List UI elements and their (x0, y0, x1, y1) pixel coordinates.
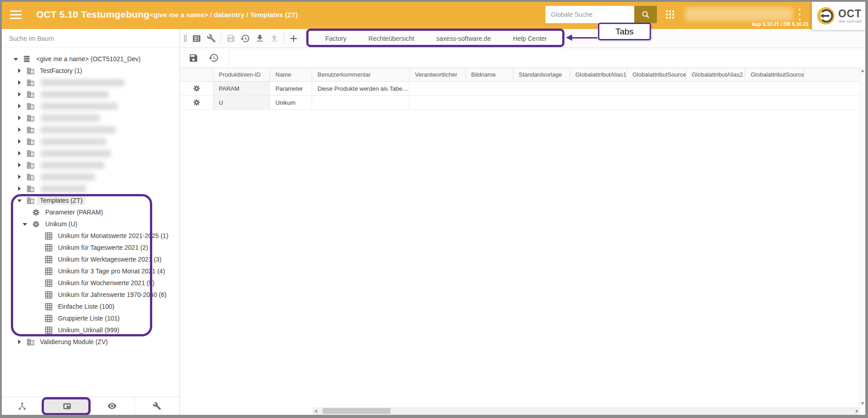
global-search-input[interactable] (545, 6, 634, 23)
tab-rechteuebersicht[interactable]: Rechteübersicht (368, 35, 414, 42)
scroll-up-arrow[interactable] (861, 69, 864, 72)
hamburger-menu-icon[interactable] (10, 10, 22, 19)
row-actions-cell[interactable] (180, 96, 213, 109)
caret-right-icon[interactable] (17, 151, 22, 156)
scrollbar-thumb[interactable] (323, 408, 391, 414)
cell-benutzerkommentar[interactable]: Diese Produkte werden als Tabe… (312, 82, 410, 95)
column-header-standardvorlage[interactable]: Standardvorlage (513, 68, 570, 81)
tree-item-testfactory[interactable]: TestFactory (1) (0, 65, 179, 77)
caret-right-icon[interactable] (17, 80, 22, 85)
add-tab-icon[interactable] (286, 32, 301, 45)
tree-item-blurred[interactable] (0, 171, 179, 183)
horizontal-scrollbar[interactable] (313, 407, 860, 415)
caret-right-icon[interactable] (17, 127, 22, 132)
tree-item-validierung[interactable]: Validierung Module (ZV) (0, 336, 179, 348)
cell-produktlinien-id[interactable]: PARAM (213, 82, 270, 95)
caret-right-icon[interactable] (17, 68, 22, 73)
tree-item-label: Validierung Module (ZV) (40, 338, 108, 345)
tree-item-blurred[interactable] (0, 159, 179, 171)
tree-item-template[interactable]: Unikum für Jahreswerte 1970-2060 (6) (0, 289, 179, 301)
table-header-row: Produktlinien-ID Name Benutzerkommentar … (180, 68, 868, 82)
column-header-actions[interactable] (180, 68, 213, 81)
sidebar-resize-handle[interactable] (183, 33, 188, 44)
tree-item-parameter[interactable]: Parameter (PARAM) (0, 206, 179, 218)
tree-item-root[interactable]: <give me a name> (OCT51021_Dev) (0, 53, 179, 65)
caret-right-icon[interactable] (17, 92, 22, 97)
tree-search-row (0, 29, 180, 48)
save-icon-disabled[interactable] (223, 32, 238, 45)
tree-item-template[interactable]: Unikum für 3 Tage pro Monat 2021 (4) (0, 265, 179, 277)
table-row[interactable]: PARAM Parameter Diese Produkte werden al… (180, 82, 868, 96)
tab-help-center[interactable]: Help Center (513, 35, 547, 42)
tree-item-templates[interactable]: Templates (ZT) (0, 194, 179, 206)
download-icon[interactable] (252, 32, 267, 45)
vertical-scrollbar[interactable] (859, 68, 865, 406)
gear-icon[interactable] (193, 84, 201, 92)
detail-panel-icon[interactable] (189, 32, 204, 45)
cell-empty[interactable] (410, 82, 868, 95)
history-icon[interactable] (206, 51, 221, 65)
scroll-down-arrow[interactable] (861, 402, 864, 405)
tree-item-template[interactable]: Gruppierte Liste (101) (0, 312, 179, 324)
caret-right-icon[interactable] (17, 186, 22, 191)
column-header-benutzerkommentar[interactable]: Benutzerkommentar (312, 68, 410, 81)
caret-down-icon[interactable] (23, 222, 27, 226)
tree-item-template[interactable]: Unikum für Tageswerte 2021 (2) (0, 242, 179, 253)
column-header-bildname[interactable]: Bildname (466, 68, 513, 81)
tree-item-template[interactable]: Unikum_Urknall (999) (0, 324, 179, 336)
save-icon[interactable] (186, 51, 201, 65)
tree-item-blurred[interactable] (0, 183, 179, 194)
tree-item-blurred[interactable] (0, 136, 179, 147)
sidebar-view-switcher (0, 397, 179, 415)
scroll-left-arrow[interactable] (314, 409, 317, 413)
cell-empty[interactable] (410, 96, 868, 109)
tree-item-template[interactable]: Unikum für Werktageswerte 2021 (3) (0, 253, 179, 265)
cell-name[interactable]: Unikum (270, 96, 312, 109)
more-options-icon[interactable] (799, 9, 801, 20)
table-row[interactable]: U Unikum (180, 96, 868, 110)
view-settings-button[interactable] (135, 397, 179, 415)
tree-item-template[interactable]: Unikum für Monatswerte 2021-2025 (1) (0, 230, 179, 242)
column-header-globalattributsource2[interactable]: GlobalattributSource2 (745, 68, 804, 81)
column-header-globalattributalias2[interactable]: GlobalattributAlias2 (686, 68, 745, 81)
tree-item-blurred[interactable] (0, 88, 179, 100)
column-header-globalattributalias1[interactable]: GlobalattributAlias1 (570, 68, 627, 81)
tree-item-unikum[interactable]: Unikum (U) (0, 218, 179, 230)
cell-benutzerkommentar[interactable] (312, 96, 410, 109)
tree-search-input[interactable] (0, 29, 179, 48)
history-icon[interactable] (238, 32, 252, 45)
caret-down-icon[interactable] (17, 198, 22, 203)
upload-icon-disabled[interactable] (267, 32, 281, 45)
tree-item-blurred[interactable] (0, 112, 179, 124)
tree-item-blurred[interactable] (0, 77, 179, 88)
view-hierarchy-button[interactable] (0, 397, 45, 415)
view-preview-button[interactable] (90, 397, 135, 415)
view-dataentry-button[interactable] (45, 397, 90, 415)
caret-right-icon[interactable] (17, 175, 22, 179)
column-header-globalattributsource1[interactable]: GlobalattributSource1 (627, 68, 686, 81)
tree-item-blurred[interactable] (0, 124, 179, 136)
caret-right-icon[interactable] (17, 139, 22, 144)
tab-saxess-software[interactable]: saxess-software.de (436, 35, 491, 42)
tab-factory[interactable]: Factory (325, 35, 347, 42)
cell-produktlinien-id[interactable]: U (213, 96, 270, 109)
tree-item-template[interactable]: Einfache Liste (100) (0, 301, 179, 312)
global-search-button[interactable] (634, 6, 657, 23)
apps-grid-icon[interactable] (666, 10, 676, 19)
caret-right-icon[interactable] (17, 163, 22, 167)
caret-right-icon[interactable] (17, 116, 22, 120)
scroll-right-arrow[interactable] (856, 409, 858, 413)
caret-right-icon[interactable] (17, 104, 22, 108)
wrench-icon[interactable] (204, 32, 218, 45)
row-actions-cell[interactable] (180, 82, 213, 95)
caret-down-icon[interactable] (14, 57, 18, 61)
column-header-produktlinien-id[interactable]: Produktlinien-ID (213, 68, 270, 81)
cell-name[interactable]: Parameter (270, 82, 312, 95)
gear-icon[interactable] (193, 98, 201, 107)
caret-right-icon[interactable] (17, 340, 22, 344)
column-header-name[interactable]: Name (270, 68, 312, 81)
tree-item-blurred[interactable] (0, 147, 179, 159)
column-header-verantwortlicher[interactable]: Verantwortlicher (410, 68, 466, 81)
tree-item-template[interactable]: Unikum für Wochenwerte 2021 (5) (0, 277, 179, 289)
tree-item-blurred[interactable] (0, 100, 179, 112)
